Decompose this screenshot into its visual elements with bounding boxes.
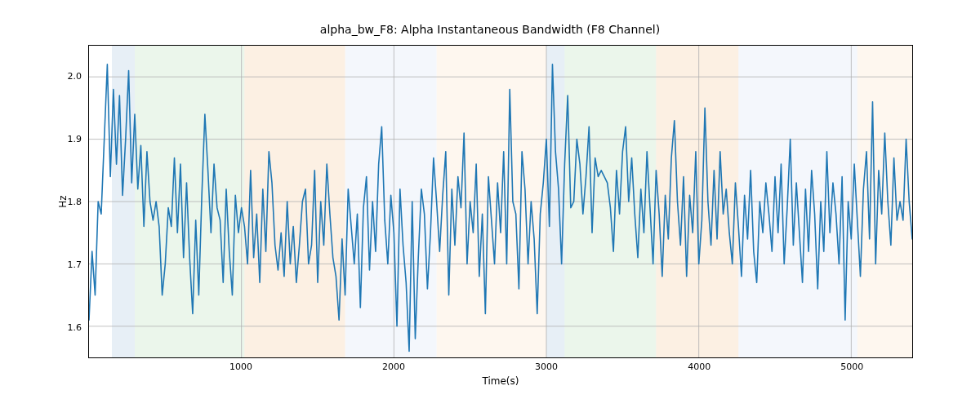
x-tick: 1000 [229,361,252,372]
plot-svg [89,46,912,357]
y-tick: 2.0 [49,71,82,82]
chart-figure: alpha_bw_F8: Alpha Instantaneous Bandwid… [0,0,980,408]
y-tick: 1.8 [49,197,82,207]
y-tick: 1.7 [49,259,82,269]
x-tick: 5000 [840,361,863,372]
y-tick: 1.6 [49,322,82,332]
x-tick: 4000 [688,361,710,372]
x-tick: 3000 [535,361,558,372]
x-axis-label: Time(s) [88,375,913,387]
x-tick: 2000 [382,361,405,372]
y-tick: 1.9 [49,134,82,144]
plot-area [88,45,913,358]
chart-title: alpha_bw_F8: Alpha Instantaneous Bandwid… [0,23,980,36]
